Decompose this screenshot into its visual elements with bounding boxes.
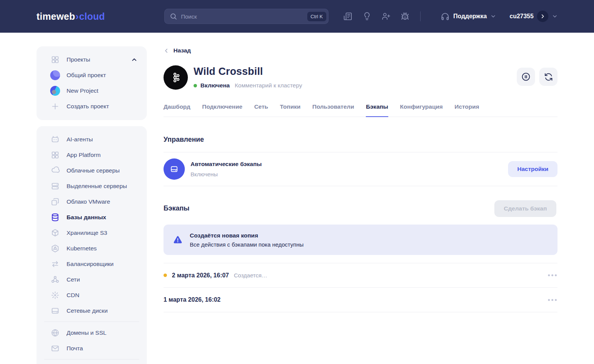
news-icon[interactable] — [343, 12, 353, 21]
search-icon — [170, 13, 177, 20]
headphones-icon — [440, 12, 450, 21]
support-label: Поддержка — [453, 13, 487, 20]
status-dot — [194, 84, 197, 87]
back-label: Назад — [173, 47, 191, 54]
tab-network[interactable]: Сеть — [254, 103, 268, 117]
pause-cluster-button[interactable] — [517, 68, 535, 86]
tab-users[interactable]: Пользователи — [312, 103, 354, 117]
search-input[interactable] — [181, 13, 307, 20]
sidebar-projects-header[interactable]: Проекты — [44, 52, 139, 67]
sidebar-item-new-project[interactable]: New Project — [44, 83, 139, 98]
tab-topics[interactable]: Топики — [280, 103, 300, 117]
sidebar-item-ai-agents[interactable]: AI-агенты — [44, 131, 139, 147]
chevron-up-icon[interactable] — [131, 56, 138, 63]
account-menu[interactable]: cu27355 — [510, 0, 558, 33]
auto-backups-row: Автоматические бэкапы Включены Настройки — [164, 158, 557, 180]
sidebar-item-label: Базы данных — [67, 214, 106, 221]
logo[interactable]: timeweb › cloud — [37, 11, 105, 22]
sidebar-item-balancers[interactable]: Балансировщики — [44, 256, 139, 272]
sidebar-item-label: Сети — [67, 276, 80, 283]
sidebar-item-create-project[interactable]: Создать проект — [44, 98, 139, 114]
logo-cloud: cloud — [79, 11, 105, 22]
cdn-rays-icon — [51, 291, 60, 300]
cluster-comment-link[interactable]: Комментарий к кластеру — [235, 82, 302, 89]
sidebar-item-app-platform[interactable]: App Platform — [44, 147, 139, 163]
backup-status: Создается… — [234, 272, 267, 279]
sidebar-item-label: Облачные серверы — [67, 167, 120, 174]
logo-separator: › — [75, 11, 79, 22]
tab-history[interactable]: История — [454, 103, 479, 117]
bug-icon[interactable] — [400, 12, 410, 21]
cluster-status-row: Включена Комментарий к кластеру — [194, 82, 302, 89]
kubernetes-icon — [51, 244, 60, 253]
project-avatar — [50, 86, 60, 96]
sidebar-item-label: AI-агенты — [67, 136, 93, 143]
chevron-left-icon — [164, 48, 169, 54]
sidebar-item-cdn[interactable]: CDN — [44, 287, 139, 303]
sidebar-item-label: Домены и SSL — [67, 329, 106, 336]
backup-row: 1 марта 2026, 16:02 — [164, 288, 557, 312]
sidebar-divider — [44, 359, 139, 359]
grid-icon — [51, 55, 60, 64]
support-menu[interactable]: Поддержка — [440, 0, 496, 33]
sidebar-item-label: Почта — [67, 345, 83, 352]
sidebar-item-s3-storage[interactable]: Хранилище S3 — [44, 225, 139, 241]
sidebar-item-mail[interactable]: Почта — [44, 340, 139, 356]
sidebar-item-databases[interactable]: Базы данных — [44, 209, 139, 225]
tab-configuration[interactable]: Конфигурация — [400, 103, 443, 117]
account-id: cu27355 — [510, 13, 534, 20]
sidebar-item-vmware[interactable]: Облако VMware — [44, 194, 139, 209]
sidebar-item-networks[interactable]: Сети — [44, 272, 139, 287]
sidebar-item-label: App Platform — [67, 152, 101, 158]
backup-date: 1 марта 2026, 16:02 — [164, 296, 221, 303]
restart-cluster-button[interactable] — [539, 68, 557, 86]
sidebar: Проекты Общий проект New Project Создать… — [37, 46, 147, 364]
backup-in-progress-banner: Создаётся новая копия Все действия с бэк… — [164, 225, 557, 255]
tab-backups[interactable]: Бэкапы — [366, 103, 388, 117]
sidebar-item-label: Облако VMware — [67, 198, 110, 205]
backup-date: 2 марта 2026, 16:07 — [172, 272, 229, 279]
settings-button[interactable]: Настройки — [508, 161, 557, 177]
sidebar-item-kubernetes[interactable]: Kubernetes — [44, 241, 139, 256]
sidebar-item-label: Балансировщики — [67, 261, 114, 267]
sidebar-item-common-project[interactable]: Общий проект — [44, 67, 139, 83]
user-plus-icon[interactable] — [381, 12, 391, 21]
search-shortcut-badge: Ctrl K — [307, 12, 327, 21]
sidebar-item-label: Общий проект — [67, 72, 106, 79]
projects-card: Проекты Общий проект New Project Создать… — [37, 46, 147, 120]
network-nodes-icon — [51, 275, 60, 284]
account-arrow-icon[interactable] — [537, 11, 548, 22]
lightbulb-icon[interactable] — [362, 12, 372, 21]
make-backup-button[interactable]: Сделать бэкап — [494, 200, 556, 217]
tab-connection[interactable]: Подключение — [202, 103, 243, 117]
banner-title: Создаётся новая копия — [190, 232, 303, 239]
projects-title: Проекты — [67, 56, 90, 63]
sidebar-item-label: Kubernetes — [67, 245, 97, 252]
pending-dot — [164, 274, 167, 277]
back-link[interactable]: Назад — [164, 47, 191, 54]
warning-triangle-icon — [173, 235, 183, 245]
grid-icon — [51, 150, 60, 160]
ellipsis-menu-icon[interactable] — [547, 297, 557, 303]
sidebar-item-dedicated-servers[interactable]: Выделенные серверы — [44, 178, 139, 194]
banner-subtitle: Все действия с бэкапами пока недоступны — [190, 241, 303, 248]
database-icon — [51, 213, 60, 222]
sidebar-item-domains-ssl[interactable]: Домены и SSL — [44, 325, 139, 340]
search-bar[interactable]: Ctrl K — [164, 9, 329, 24]
auto-backups-status: Включены — [191, 171, 218, 177]
server-icon — [51, 182, 60, 191]
plus-icon — [51, 102, 60, 111]
cluster-title: Wild Crossbill — [194, 66, 263, 78]
chevron-down-icon — [552, 13, 558, 19]
status-label: Включена — [200, 82, 230, 89]
ellipsis-menu-icon[interactable] — [547, 272, 557, 279]
tab-dashboard[interactable]: Дашборд — [164, 103, 191, 117]
vmware-cloud-icon — [51, 197, 60, 206]
sidebar-item-network-disks[interactable]: Сетевые диски — [44, 303, 139, 318]
services-card: AI-агенты App Platform Облачные серверы … — [37, 126, 147, 364]
sidebar-item-label: Хранилище S3 — [67, 229, 107, 236]
sidebar-item-cloud-servers[interactable]: Облачные серверы — [44, 163, 139, 178]
backup-list: 2 марта 2026, 16:07 Создается… 1 марта 2… — [164, 263, 557, 312]
navbar-divider — [420, 11, 421, 21]
sidebar-item-label: Сетевые диски — [67, 307, 108, 314]
